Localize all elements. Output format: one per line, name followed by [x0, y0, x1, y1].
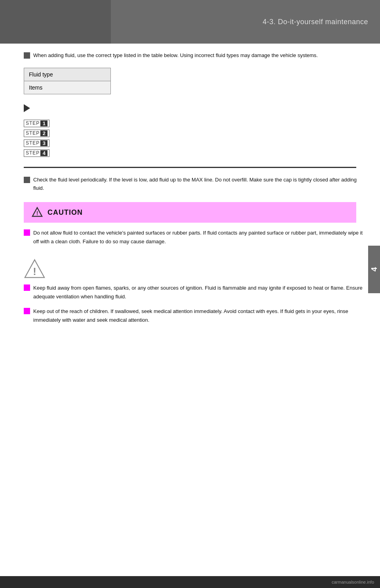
step-3-label: STEP	[26, 140, 40, 146]
step-3-number: 3	[40, 140, 48, 146]
section-1: When adding fluid, use the correct type …	[24, 52, 368, 157]
section-2-bullet	[24, 177, 30, 183]
warning-icon-container: !	[24, 259, 368, 280]
caution-title: CAUTION	[48, 208, 83, 217]
step-3: STEP 3	[24, 139, 368, 147]
step-2: STEP 2	[24, 130, 368, 137]
table-row-fluid-type: Fluid type	[24, 68, 110, 81]
step-2-label: STEP	[26, 130, 40, 136]
section-2: Check the fluid level periodically. If t…	[24, 176, 368, 193]
main-content: When adding fluid, use the correct type …	[0, 44, 380, 345]
svg-text:!: !	[33, 266, 36, 277]
section-divider	[24, 167, 356, 168]
warning-item-2: Keep out of the reach of children. If sw…	[24, 307, 368, 327]
step-4-label: STEP	[26, 150, 40, 156]
warning-items: Keep fluid away from open flames, sparks…	[24, 284, 368, 327]
caution-item-1: Do not allow fluid to contact the vehicl…	[24, 229, 368, 249]
warning-triangle-icon: !	[24, 259, 46, 279]
step-2-number: 2	[40, 130, 48, 136]
step-4-number: 4	[40, 150, 48, 156]
table-row-items: Items	[24, 81, 110, 94]
section-2-text: Check the fluid level periodically. If t…	[33, 176, 368, 193]
caution-text-1: Do not allow fluid to contact the vehicl…	[33, 229, 368, 246]
step-4-badge: STEP 4	[24, 149, 49, 157]
caution-items: Do not allow fluid to contact the vehicl…	[24, 229, 368, 249]
steps-container: STEP 1 STEP 2 STEP 3	[24, 120, 368, 157]
bottom-bar: carmanualsonline.info	[0, 576, 380, 588]
step-1-label: STEP	[26, 120, 40, 126]
caution-triangle-icon: !	[32, 207, 43, 218]
page-header: 4-3. Do-it-yourself maintenance	[0, 0, 380, 44]
section-1-bullet	[24, 52, 30, 59]
play-arrow-icon	[24, 100, 368, 116]
warning-item-1: Keep fluid away from open flames, sparks…	[24, 284, 368, 304]
step-4: STEP 4	[24, 149, 368, 157]
caution-box: ! CAUTION	[24, 202, 356, 223]
step-1-badge: STEP 1	[24, 120, 49, 127]
step-1-number: 1	[40, 120, 48, 126]
header-left-bar	[0, 0, 111, 44]
caution-bullet-1	[24, 229, 30, 236]
step-3-badge: STEP 3	[24, 139, 49, 147]
section-1-text: When adding fluid, use the correct type …	[33, 52, 318, 60]
warning-bullet-1	[24, 284, 30, 291]
watermark-text: carmanualsonline.info	[332, 580, 374, 584]
step-1: STEP 1	[24, 120, 368, 127]
step-2-badge: STEP 2	[24, 130, 49, 137]
svg-text:!: !	[36, 210, 38, 216]
chapter-tab: 4	[368, 246, 380, 293]
fluid-table: Fluid type Items	[24, 68, 111, 94]
section-2-header: Check the fluid level periodically. If t…	[24, 176, 368, 193]
page-title: 4-3. Do-it-yourself maintenance	[262, 18, 368, 26]
warning-bullet-2	[24, 308, 30, 314]
section-1-header: When adding fluid, use the correct type …	[24, 52, 368, 60]
chapter-number: 4	[370, 267, 379, 271]
warning-text-1: Keep fluid away from open flames, sparks…	[33, 284, 368, 301]
page-container: 4-3. Do-it-yourself maintenance 4 When a…	[0, 0, 380, 588]
warning-text-2: Keep out of the reach of children. If sw…	[33, 307, 368, 324]
